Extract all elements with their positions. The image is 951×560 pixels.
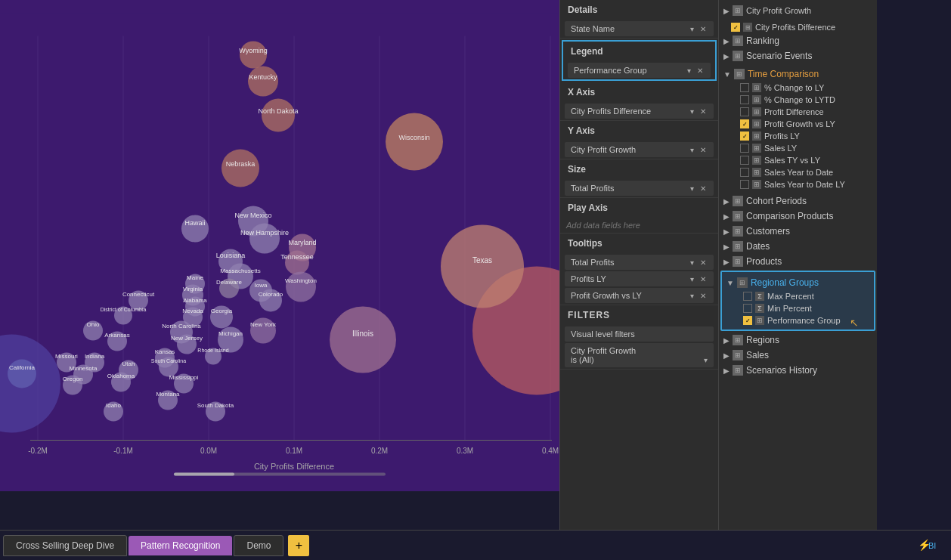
svg-text:0.3M: 0.3M xyxy=(457,447,473,455)
regional-groups-table-icon: ⊞ xyxy=(737,277,748,288)
legend-remove[interactable]: ✕ xyxy=(695,67,705,75)
pct-change-lytd-type: ⊞ xyxy=(752,95,761,104)
sales-ytd-ly-checkbox[interactable] xyxy=(740,180,749,189)
sales-ytd-ly-item[interactable]: ⊞ Sales Year to Date LY xyxy=(719,178,877,190)
filter-city-profit[interactable]: City Profit Growth is (All) ▾ xyxy=(565,343,714,367)
max-percent-sigma: Σ xyxy=(755,292,764,301)
scenario-events-header[interactable]: ▶ ⊞ Scenario Events xyxy=(719,48,877,63)
dates-header[interactable]: ▶ ⊞ Dates xyxy=(719,239,877,254)
max-percent-checkbox[interactable] xyxy=(743,292,752,301)
time-comparison-table-icon: ⊞ xyxy=(734,69,745,79)
scenario-table-icon: ⊞ xyxy=(733,51,743,61)
svg-text:0.4M: 0.4M xyxy=(542,447,559,455)
ranking-header[interactable]: ▶ ⊞ Ranking xyxy=(719,33,877,48)
pct-change-ly-item[interactable]: ⊞ % Change to LY xyxy=(719,82,877,94)
products-label: Products xyxy=(746,256,782,267)
products-header[interactable]: ▶ ⊞ Products xyxy=(719,254,877,269)
performance-group-checkbox[interactable] xyxy=(743,316,752,325)
performance-group-label: Performance Group xyxy=(767,316,841,325)
scenarios-history-label: Scenarios History xyxy=(746,365,817,376)
cohort-periods-header[interactable]: ▶ ⊞ Cohort Periods xyxy=(719,193,877,209)
scenarios-history-header[interactable]: ▶ ⊞ Scenarios History xyxy=(719,363,877,378)
svg-point-41 xyxy=(441,225,524,308)
comparison-table-icon: ⊞ xyxy=(733,211,743,221)
size-dropdown[interactable]: ▾ xyxy=(689,184,695,193)
profit-growth-vs-ly-checkbox[interactable] xyxy=(740,119,749,128)
svg-text:Arkansas: Arkansas xyxy=(104,332,129,339)
products-expand-icon: ▶ xyxy=(723,258,730,266)
customers-header[interactable]: ▶ ⊞ Customers xyxy=(719,224,877,239)
profit-difference-type: ⊞ xyxy=(752,107,761,116)
sales-ly-checkbox[interactable] xyxy=(740,144,749,153)
tooltip3-remove[interactable]: ✕ xyxy=(699,292,708,300)
comparison-label: Comparison Products xyxy=(746,211,833,221)
max-percent-item[interactable]: Σ Max Percent xyxy=(722,290,874,302)
city-profits-diff-item[interactable]: ⊞ City Profits Difference xyxy=(719,21,877,33)
pct-change-ly-checkbox[interactable] xyxy=(740,83,749,92)
y-axis-field-label: City Profit Growth xyxy=(571,145,689,154)
tab-add-button[interactable]: + xyxy=(288,535,309,556)
city-profit-growth-header[interactable]: ▶ ⊞ City Profit Growth xyxy=(719,3,877,18)
tab-cross-selling[interactable]: Cross Selling Deep Dive xyxy=(3,535,127,556)
y-axis-title: Y Axis xyxy=(560,121,718,141)
min-percent-item[interactable]: Σ Min Percent xyxy=(722,302,874,314)
svg-text:Michigan: Michigan xyxy=(218,330,243,337)
svg-text:New Hampshire: New Hampshire xyxy=(240,229,289,237)
state-name-dropdown[interactable]: ▾ xyxy=(689,25,695,33)
tab-demo[interactable]: Demo xyxy=(234,535,283,556)
scenario-label: Scenario Events xyxy=(746,51,812,61)
regional-groups-section: ▼ ⊞ Regional Groups Σ Max Percent Σ Min … xyxy=(720,271,875,331)
svg-text:0.0M: 0.0M xyxy=(200,447,217,455)
y-axis-remove[interactable]: ✕ xyxy=(699,146,708,154)
tooltip2-remove[interactable]: ✕ xyxy=(699,275,708,283)
profit-growth-vs-ly-item[interactable]: ⊞ Profit Growth vs LY xyxy=(719,118,877,130)
legend-dropdown[interactable]: ▾ xyxy=(686,67,692,75)
svg-text:Kentucky: Kentucky xyxy=(249,73,277,81)
profits-ly-item[interactable]: ⊞ Profits LY xyxy=(719,130,877,142)
time-comparison-header[interactable]: ▼ ⊞ Time Comparison xyxy=(719,67,877,82)
sales-ytd-item[interactable]: ⊞ Sales Year to Date xyxy=(719,166,877,178)
svg-point-79 xyxy=(330,307,396,373)
svg-text:District of Columbia: District of Columbia xyxy=(101,307,147,312)
tab-pattern-recognition[interactable]: Pattern Recognition xyxy=(129,536,232,555)
sales-ly-item[interactable]: ⊞ Sales LY xyxy=(719,142,877,154)
svg-text:North Dakota: North Dakota xyxy=(258,107,298,115)
sales-ty-vs-ly-item[interactable]: ⊞ Sales TY vs LY xyxy=(719,154,877,166)
state-name-remove[interactable]: ✕ xyxy=(699,25,708,33)
details-title: Details xyxy=(560,0,718,20)
pct-change-lytd-item[interactable]: ⊞ % Change to LYTD xyxy=(719,94,877,106)
city-profits-diff-checkbox[interactable] xyxy=(731,23,740,32)
x-axis-remove[interactable]: ✕ xyxy=(699,107,708,116)
svg-text:Washington: Washington xyxy=(285,277,317,284)
regions-header[interactable]: ▶ ⊞ Regions xyxy=(719,333,877,348)
profit-difference-label: Profit Difference xyxy=(764,107,824,116)
min-percent-sigma: Σ xyxy=(755,304,764,313)
regional-groups-header[interactable]: ▼ ⊞ Regional Groups xyxy=(722,275,874,290)
y-axis-dropdown[interactable]: ▾ xyxy=(689,146,695,154)
comparison-products-header[interactable]: ▶ ⊞ Comparison Products xyxy=(719,209,877,224)
pct-change-ly-type: ⊞ xyxy=(752,83,761,92)
sales-ty-vs-ly-checkbox[interactable] xyxy=(740,156,749,165)
tooltip2-dropdown[interactable]: ▾ xyxy=(689,275,695,283)
sales-ytd-checkbox[interactable] xyxy=(740,168,749,177)
tooltip1-remove[interactable]: ✕ xyxy=(699,258,708,267)
profit-difference-item[interactable]: ⊞ Profit Difference xyxy=(719,106,877,118)
svg-point-33 xyxy=(249,224,280,254)
svg-text:Utah: Utah xyxy=(122,360,135,367)
performance-group-item[interactable]: ⊞ Performance Group ↖ xyxy=(722,314,874,326)
profits-ly-checkbox[interactable] xyxy=(740,131,749,141)
tooltip3-dropdown[interactable]: ▾ xyxy=(689,292,695,300)
x-axis-dropdown[interactable]: ▾ xyxy=(689,107,695,116)
profit-difference-checkbox[interactable] xyxy=(740,107,749,116)
sales-table-icon: ⊞ xyxy=(733,350,743,360)
size-remove[interactable]: ✕ xyxy=(699,184,708,193)
powerbi-logo: ⚡ BI xyxy=(918,537,942,552)
min-percent-checkbox[interactable] xyxy=(743,304,752,313)
main-area: -0.2M -0.1M 0.0M 0.1M 0.2M 0.3M 0.4M Cit… xyxy=(0,0,951,530)
pct-change-lytd-checkbox[interactable] xyxy=(740,95,749,104)
sales-header[interactable]: ▶ ⊞ Sales xyxy=(719,348,877,363)
tooltip1-dropdown[interactable]: ▾ xyxy=(689,258,695,267)
tooltip-field2-row: Profits LY ▾ ✕ xyxy=(565,271,714,286)
sales-ly-type: ⊞ xyxy=(752,144,761,153)
x-axis-section: X Axis City Profits Difference ▾ ✕ xyxy=(560,82,718,121)
